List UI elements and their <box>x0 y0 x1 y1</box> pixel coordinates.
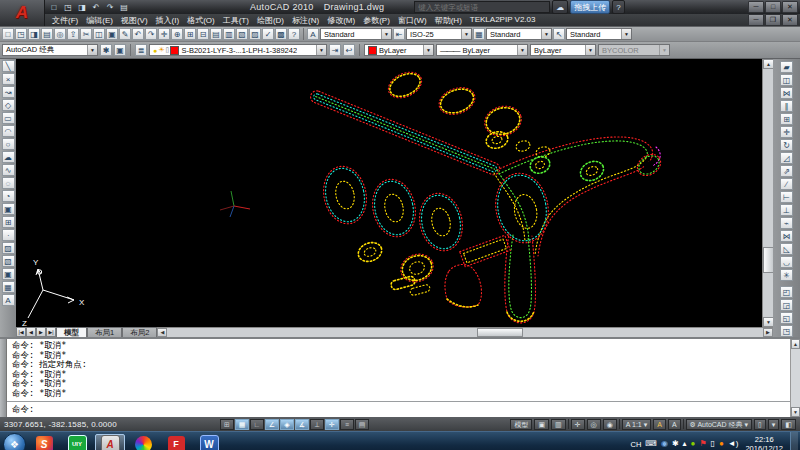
scroll-up-icon[interactable]: ▲ <box>791 339 800 349</box>
taskbar-fetion-button[interactable]: F <box>161 434 191 450</box>
spline-icon[interactable]: ∿ <box>2 164 15 176</box>
pan-icon[interactable]: ✛ <box>158 28 170 40</box>
show-desktop-button[interactable] <box>790 432 798 450</box>
menu-item-11[interactable]: 帮助(H) <box>431 15 466 26</box>
properties-icon[interactable]: ▤ <box>210 28 222 40</box>
color-dropdown[interactable]: ByLayer▼ <box>364 44 434 56</box>
chamfer-icon[interactable]: ◺ <box>780 243 793 255</box>
arc-icon[interactable]: ◠ <box>2 125 15 137</box>
toggle-otrack[interactable]: ∡ <box>295 419 309 430</box>
menu-item-12[interactable]: TEKLA2PIP V2.03 <box>466 15 540 26</box>
taskbar-autocad-button[interactable]: A <box>95 434 125 450</box>
scroll-right-icon[interactable]: ▶ <box>763 328 773 337</box>
show-hidden-icons[interactable]: ▴ <box>683 440 687 448</box>
keyboard-icon[interactable]: ⌨ <box>645 440 657 448</box>
start-button[interactable]: ❖ <box>3 433 26 450</box>
help-button[interactable]: ? <box>612 0 624 14</box>
tab-next-icon[interactable]: ▶ <box>36 327 46 337</box>
preview-icon[interactable]: ◎ <box>54 28 66 40</box>
cut-icon[interactable]: ✂ <box>80 28 92 40</box>
model-space-button[interactable]: 模型 <box>510 419 532 430</box>
toggle-ducs[interactable]: ⟂ <box>310 419 324 430</box>
antivirus-icon[interactable]: ● <box>691 440 696 448</box>
line-icon[interactable]: ╲ <box>2 60 15 72</box>
doc-restore-button[interactable]: ❐ <box>765 14 781 26</box>
stretch-icon[interactable]: ⇗ <box>780 165 793 177</box>
hatch-icon[interactable]: ▨ <box>2 242 15 254</box>
zoom-window-icon[interactable]: ⊞ <box>184 28 196 40</box>
security-alert-icon[interactable]: ⚑ <box>699 440 706 448</box>
clean-screen-icon[interactable]: ◧ <box>781 419 796 430</box>
designcenter-icon[interactable]: ▥ <box>223 28 235 40</box>
help-icon[interactable]: ? <box>288 28 300 40</box>
command-scrollbar[interactable]: ▲ ▼ <box>790 339 800 417</box>
array-icon[interactable]: ⊞ <box>780 113 793 125</box>
menu-item-5[interactable]: 工具(T) <box>219 15 253 26</box>
copy-obj-icon[interactable]: ◫ <box>780 74 793 86</box>
menu-item-1[interactable]: 编辑(E) <box>82 15 117 26</box>
workspace-dropdown[interactable]: AutoCAD 经典▼ <box>2 44 98 56</box>
menu-item-10[interactable]: 窗口(W) <box>394 15 431 26</box>
toggle-ortho[interactable]: ∟ <box>250 419 264 430</box>
draworder-above-icon[interactable]: ◱ <box>780 312 793 324</box>
menu-item-3[interactable]: 插入(I) <box>152 15 184 26</box>
offset-icon[interactable]: ∥ <box>780 100 793 112</box>
quick-view-layouts-icon[interactable]: ▣ <box>534 419 549 430</box>
menu-item-9[interactable]: 参数(P) <box>359 15 394 26</box>
circle-icon[interactable]: ○ <box>2 138 15 150</box>
zoom-previous-icon[interactable]: ⊟ <box>197 28 209 40</box>
upload-button[interactable]: 拖拽上传 <box>570 0 610 14</box>
markup-icon[interactable]: ✓ <box>262 28 274 40</box>
paste-icon[interactable]: ▣ <box>106 28 118 40</box>
close-button[interactable]: ✕ <box>782 1 798 13</box>
xline-icon[interactable]: × <box>2 73 15 85</box>
communication-center-icon[interactable]: ☁ <box>552 0 568 14</box>
tab-prev-icon[interactable]: ◀ <box>26 327 36 337</box>
zoom-icon[interactable]: ◎ <box>587 419 601 430</box>
insert-block-icon[interactable]: ▣ <box>2 203 15 215</box>
minimize-button[interactable]: ─ <box>748 1 764 13</box>
menu-item-7[interactable]: 标注(N) <box>288 15 323 26</box>
language-indicator[interactable]: CH <box>631 440 642 449</box>
save-icon[interactable]: ◨ <box>28 28 40 40</box>
zoom-realtime-icon[interactable]: ⊕ <box>171 28 183 40</box>
redo-icon[interactable]: ↷ <box>145 28 157 40</box>
workspace-switch-button[interactable]: ⚙ AutoCAD 经典 ▾ <box>686 419 752 430</box>
ellipse-arc-icon[interactable]: ◔ <box>2 190 15 202</box>
scroll-left-icon[interactable]: ◀ <box>157 328 167 337</box>
open-icon[interactable]: ◳ <box>62 2 74 13</box>
rect-icon[interactable]: ▭ <box>2 112 15 124</box>
extend-icon[interactable]: ⊢ <box>780 191 793 203</box>
menu-item-0[interactable]: 文件(F) <box>48 15 82 26</box>
annotation-scale-button[interactable]: A 1:1 ▾ <box>622 419 651 430</box>
publish-icon[interactable]: ⇪ <box>67 28 79 40</box>
ellipse-icon[interactable]: ◌ <box>2 177 15 189</box>
status-menu-icon[interactable]: ▾ <box>768 419 780 430</box>
command-history[interactable]: 命令: *取消*命令: *取消*命令: 指定对角点:命令: *取消*命令: *取… <box>7 339 790 402</box>
workspace-save-icon[interactable]: ▣ <box>114 44 126 56</box>
quickcalc-icon[interactable]: ▩ <box>275 28 287 40</box>
mirror-icon[interactable]: ⋈ <box>780 87 793 99</box>
layer-previous-icon[interactable]: ↩ <box>343 44 355 56</box>
toggle-lwt[interactable]: ≡ <box>340 419 354 430</box>
text-style-icon[interactable]: A <box>307 28 319 40</box>
point-icon[interactable]: ∙ <box>2 229 15 241</box>
draworder-back-icon[interactable]: ◲ <box>780 299 793 311</box>
toggle-dyn[interactable]: ✛ <box>325 419 339 430</box>
move-icon[interactable]: ✛ <box>780 126 793 138</box>
device-icon[interactable]: ▯ <box>711 440 715 448</box>
region-icon[interactable]: ▣ <box>2 268 15 280</box>
volume-icon[interactable]: ◄) <box>728 440 739 448</box>
horizontal-scrollbar[interactable]: ◀ ▶ <box>157 327 773 337</box>
toggle-snap[interactable]: ⊞ <box>220 419 234 430</box>
ime-settings-icon[interactable]: ◉ <box>661 440 668 448</box>
taskbar-uiy-button[interactable]: UIY <box>62 434 92 450</box>
toggle-grid[interactable]: ▦ <box>235 419 249 430</box>
open-icon[interactable]: ◳ <box>15 28 27 40</box>
table-icon[interactable]: ▦ <box>2 281 15 293</box>
model-space-drawing[interactable]: .dot{fill:none;stroke-width:1.1;stroke-d… <box>16 59 762 327</box>
undo-icon[interactable]: ↶ <box>132 28 144 40</box>
taskbar-word-button[interactable]: W <box>194 434 224 450</box>
rotate-icon[interactable]: ↻ <box>780 139 793 151</box>
search-input[interactable] <box>414 1 550 13</box>
